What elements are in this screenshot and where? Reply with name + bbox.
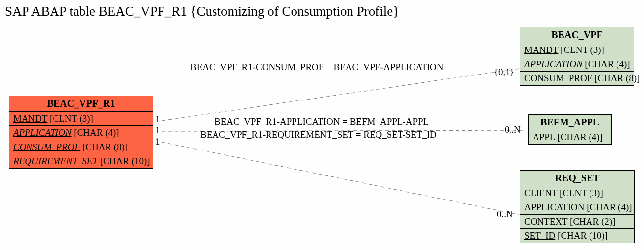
field-row: APPL [CHAR (4)] bbox=[529, 130, 611, 144]
entity-beac-vpf: BEAC_VPF MANDT [CLNT (3)] APPLICATION [C… bbox=[520, 27, 634, 86]
entity-header: BEFM_APPL bbox=[529, 115, 611, 130]
relation-label: BEAC_VPF_R1-CONSUM_PROF = BEAC_VPF-APPLI… bbox=[190, 62, 443, 73]
cardinality-right: 0..N bbox=[497, 209, 513, 220]
relation-label: BEAC_VPF_R1-APPLICATION = BEFM_APPL-APPL bbox=[215, 116, 429, 127]
field-row: CONSUM_PROF [CHAR (8)] bbox=[9, 140, 153, 154]
cardinality-right: 0..N bbox=[505, 125, 521, 135]
cardinality-left: 1 bbox=[155, 136, 160, 147]
field-row: CONTEXT [CHAR (2)] bbox=[520, 215, 634, 229]
field-row: MANDT [CLNT (3)] bbox=[520, 43, 634, 57]
relation-label: BEAC_VPF_R1-REQUIREMENT_SET = REQ_SET-SE… bbox=[200, 129, 437, 140]
field-row: SET_ID [CHAR (10)] bbox=[520, 229, 634, 243]
entity-req-set: REQ_SET CLIENT [CLNT (3)] APPLICATION [C… bbox=[520, 170, 635, 243]
entity-befm-appl: BEFM_APPL APPL [CHAR (4)] bbox=[528, 114, 612, 145]
field-row: APPLICATION [CHAR (4)] bbox=[9, 126, 153, 140]
cardinality-right: {0,1} bbox=[494, 67, 514, 77]
field-row: MANDT [CLNT (3)] bbox=[9, 112, 153, 126]
field-row: CLIENT [CLNT (3)] bbox=[520, 186, 634, 200]
svg-line-2 bbox=[162, 142, 519, 215]
field-row: REQUIREMENT_SET [CHAR (10)] bbox=[9, 154, 153, 168]
cardinality-left: 1 bbox=[155, 125, 160, 136]
entity-beac-vpf-r1: BEAC_VPF_R1 MANDT [CLNT (3)] APPLICATION… bbox=[9, 96, 153, 169]
entity-header: REQ_SET bbox=[520, 171, 634, 186]
entity-header: BEAC_VPF_R1 bbox=[9, 96, 153, 112]
field-row: APPLICATION [CHAR (4)] bbox=[520, 57, 634, 72]
svg-line-0 bbox=[162, 69, 519, 121]
cardinality-left: 1 bbox=[155, 114, 160, 125]
field-row: APPLICATION [CHAR (4)] bbox=[520, 200, 634, 215]
page-title: SAP ABAP table BEAC_VPF_R1 {Customizing … bbox=[5, 4, 399, 19]
field-row: CONSUM_PROF [CHAR (8)] bbox=[520, 72, 634, 85]
entity-header: BEAC_VPF bbox=[520, 27, 634, 43]
